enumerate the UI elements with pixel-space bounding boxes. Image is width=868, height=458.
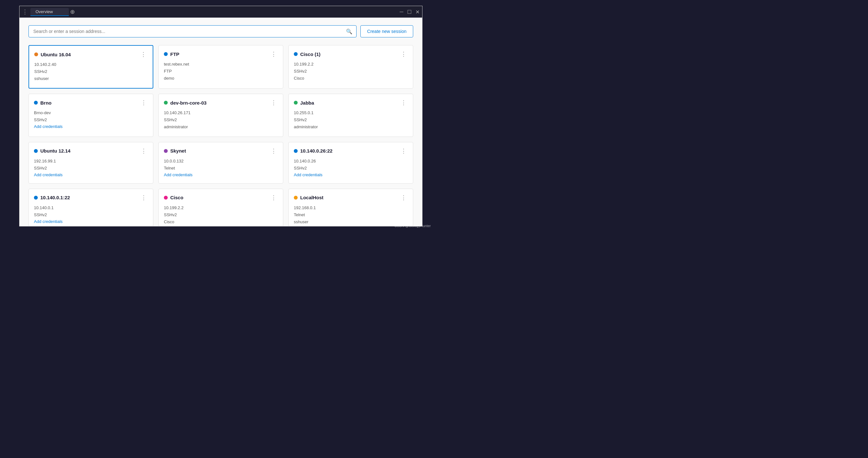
window-controls: ─ ☐ ✕ xyxy=(400,9,420,15)
card-title: Cisco xyxy=(170,195,183,200)
status-dot xyxy=(34,101,38,105)
card-menu-button[interactable]: ⋮ xyxy=(270,51,278,58)
overview-tab[interactable]: Overview xyxy=(30,8,69,16)
card-header: 10.140.0.26:22 ⋮ xyxy=(294,148,408,155)
add-credentials-link[interactable]: Add credentials xyxy=(164,172,193,177)
card-menu-button[interactable]: ⋮ xyxy=(270,194,278,201)
card-menu-button[interactable]: ⋮ xyxy=(270,148,278,155)
search-icon[interactable]: 🔍 xyxy=(342,26,356,37)
status-dot xyxy=(34,149,38,153)
add-credentials-link[interactable]: Add credentials xyxy=(34,124,63,129)
card-credential: sshuser xyxy=(34,75,148,82)
card-header: FTP ⋮ xyxy=(164,51,278,58)
card-title: Cisco (1) xyxy=(300,52,320,57)
tab-label: Overview xyxy=(35,9,53,14)
session-card[interactable]: Skynet ⋮ 10.0.0.132 Telnet Add credentia… xyxy=(158,142,283,184)
session-card[interactable]: FTP ⋮ test.rebex.net FTP demo xyxy=(158,45,283,89)
card-protocol: SSHv2 xyxy=(294,117,408,124)
card-title-row: 10.140.0.26:22 xyxy=(294,148,333,154)
card-address: 10.140.2.40 xyxy=(34,61,148,68)
card-title: FTP xyxy=(170,52,179,57)
session-card[interactable]: Cisco ⋮ 10.199.2.2 SSHv2 Cisco xyxy=(158,189,283,226)
card-header: Cisco ⋮ xyxy=(164,194,278,201)
status-dot xyxy=(294,101,298,105)
add-credentials-link[interactable]: Add credentials xyxy=(34,219,63,224)
card-protocol: SSHv2 xyxy=(34,165,148,172)
add-credentials-link[interactable]: Add credentials xyxy=(294,172,322,177)
session-card[interactable]: 10.140.0.1:22 ⋮ 10.140.0.1 SSHv2 Add cre… xyxy=(29,189,153,226)
card-title: Ubuntu 16.04 xyxy=(41,52,71,57)
card-protocol: SSHv2 xyxy=(164,117,278,124)
card-title: 10.140.0.1:22 xyxy=(40,195,70,200)
card-menu-button[interactable]: ⋮ xyxy=(399,51,408,58)
session-card[interactable]: Ubuntu 16.04 ⋮ 10.140.2.40 SSHv2 sshuser xyxy=(29,45,153,89)
search-input[interactable] xyxy=(29,26,342,37)
card-title-row: LocalHost xyxy=(294,195,323,200)
maximize-button[interactable]: ☐ xyxy=(407,9,412,15)
card-header: Skynet ⋮ xyxy=(164,148,278,155)
card-title-row: Cisco xyxy=(164,195,183,200)
card-menu-button[interactable]: ⋮ xyxy=(399,148,408,155)
status-dot xyxy=(294,196,298,200)
status-dot xyxy=(34,53,38,56)
card-menu-button[interactable]: ⋮ xyxy=(399,99,408,106)
card-credential: administrator xyxy=(164,124,278,130)
card-title: Skynet xyxy=(170,148,186,154)
status-dot xyxy=(294,149,298,153)
add-credentials-link[interactable]: Add credentials xyxy=(34,172,63,177)
session-card[interactable]: Jabba ⋮ 10.255.0.1 SSHv2 administrator xyxy=(288,94,413,137)
card-title-row: Jabba xyxy=(294,100,314,105)
card-address: test.rebex.net xyxy=(164,61,278,68)
status-dot xyxy=(164,52,168,56)
status-dot xyxy=(294,52,298,56)
card-credential: sshuser xyxy=(294,219,408,226)
main-content: 🔍 Create new session Ubuntu 16.04 ⋮ 10.1… xyxy=(20,18,422,226)
session-card[interactable]: 10.140.0.26:22 ⋮ 10.140.0.26 SSHv2 Add c… xyxy=(288,142,413,184)
card-protocol: SSHv2 xyxy=(294,68,408,75)
new-tab-button[interactable]: ⊕ xyxy=(70,8,75,15)
card-header: Cisco (1) ⋮ xyxy=(294,51,408,58)
card-address: 10.199.2.2 xyxy=(164,204,278,211)
card-title-row: 10.140.0.1:22 xyxy=(34,195,70,200)
card-title-row: Skynet xyxy=(164,148,186,154)
card-address: Brno-dev xyxy=(34,109,148,117)
card-title: Ubuntu 12.14 xyxy=(40,148,70,154)
watermark: CSDN @ScilogyHunter xyxy=(394,224,431,228)
card-header: LocalHost ⋮ xyxy=(294,194,408,201)
card-header: Ubuntu 12.14 ⋮ xyxy=(34,148,148,155)
card-title-row: FTP xyxy=(164,52,179,57)
card-menu-button[interactable]: ⋮ xyxy=(140,148,148,155)
minimize-button[interactable]: ─ xyxy=(400,9,403,15)
card-title: 10.140.0.26:22 xyxy=(300,148,333,154)
card-title: LocalHost xyxy=(300,195,323,200)
card-menu-button[interactable]: ⋮ xyxy=(270,99,278,106)
card-credential: demo xyxy=(164,75,278,82)
card-title-row: dev-brn-core-03 xyxy=(164,100,207,105)
card-address: 192.16.99.1 xyxy=(34,158,148,165)
session-card[interactable]: LocalHost ⋮ 192.168.0.1 Telnet sshuser xyxy=(288,189,413,226)
title-bar: ⋮ Overview ⊕ ─ ☐ ✕ xyxy=(20,6,422,18)
card-title: dev-brn-core-03 xyxy=(170,100,207,105)
card-credential: Cisco xyxy=(294,75,408,82)
card-protocol: SSHv2 xyxy=(164,211,278,219)
close-button[interactable]: ✕ xyxy=(415,9,420,15)
session-card[interactable]: dev-brn-core-03 ⋮ 10.140.26.171 SSHv2 ad… xyxy=(158,94,283,137)
create-session-button[interactable]: Create new session xyxy=(361,25,413,37)
session-card[interactable]: Brno ⋮ Brno-dev SSHv2 Add credentials xyxy=(29,94,153,137)
card-credential: Cisco xyxy=(164,219,278,226)
card-title: Jabba xyxy=(300,100,314,105)
card-protocol: SSHv2 xyxy=(34,117,148,124)
card-menu-button[interactable]: ⋮ xyxy=(139,51,148,58)
card-menu-button[interactable]: ⋮ xyxy=(399,194,408,201)
card-menu-button[interactable]: ⋮ xyxy=(140,194,148,201)
window-menu-icon[interactable]: ⋮ xyxy=(22,8,28,15)
card-title-row: Ubuntu 16.04 xyxy=(34,52,71,57)
sessions-grid: Ubuntu 16.04 ⋮ 10.140.2.40 SSHv2 sshuser… xyxy=(29,45,413,226)
card-protocol: Telnet xyxy=(294,211,408,219)
session-card[interactable]: Cisco (1) ⋮ 10.199.2.2 SSHv2 Cisco xyxy=(288,45,413,89)
card-address: 10.255.0.1 xyxy=(294,109,408,117)
card-menu-button[interactable]: ⋮ xyxy=(140,99,148,106)
session-card[interactable]: Ubuntu 12.14 ⋮ 192.16.99.1 SSHv2 Add cre… xyxy=(29,142,153,184)
card-header: 10.140.0.1:22 ⋮ xyxy=(34,194,148,201)
card-title-row: Cisco (1) xyxy=(294,52,320,57)
